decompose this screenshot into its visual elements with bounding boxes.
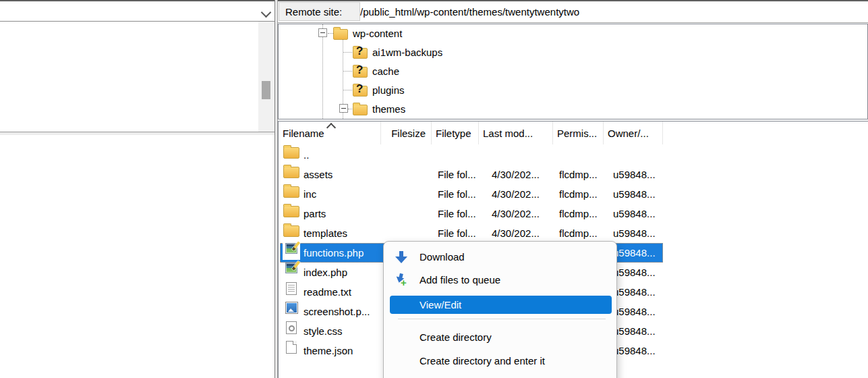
tree-item-ai1wm-backups[interactable]: ?ai1wm-backups [353,45,442,59]
question-folder-icon: ? [353,67,368,78]
menu-item-label: Create directory and enter it [419,355,545,367]
question-folder-icon: ? [353,86,368,97]
local-scrollbar-thumb[interactable] [262,81,270,99]
tree-item-label: themes [372,103,405,115]
file-icon-cell [283,263,300,279]
tree-item-label: ai1wm-backups [372,47,442,58]
question-mark: ? [356,45,363,58]
php-icon [285,243,297,254]
file-row-templates[interactable]: templatesFile fol...4/30/202...flcdmp...… [280,223,663,243]
file-last-modified: 4/30/202... [492,204,540,223]
menu-item-add-files-to-queue[interactable]: +Add files to queue [390,271,612,289]
file-name: assets [303,165,332,184]
question-mark: ? [356,63,363,77]
tree-line [343,90,352,90]
menu-separator [398,319,606,319]
file-owner: u59848... [613,165,656,184]
context-menu: Download+Add files to queueView/EditCrea… [383,241,617,378]
file-owner: u59848... [613,243,656,263]
file-owner: u59848... [613,204,656,223]
file-owner: u59848... [613,184,656,204]
file-name: inc [303,184,316,204]
column-header-permissions[interactable]: Permis... [553,122,604,144]
file-name: screenshot.p... [303,302,370,321]
menu-item-view-edit[interactable]: View/Edit [390,296,612,314]
tree-line [343,71,352,72]
remote-site-path[interactable]: /public_html/wp-content/themes/twentytwe… [360,1,865,22]
file-owner: u59848... [613,341,656,360]
file-icon-cell [283,321,300,338]
menu-item-label: Download [419,251,465,263]
file-row-..[interactable]: .. [280,145,663,165]
file-name: index.php [303,263,347,282]
file-type: File fol... [438,204,476,223]
file-name: theme.json [303,341,353,360]
file-icon [286,341,297,354]
file-row-parts[interactable]: partsFile fol...4/30/202...flcdmp...u598… [280,204,663,223]
file-icon-cell [283,204,300,221]
column-header-owner[interactable]: Owner/... [604,122,663,144]
folder-icon [333,29,348,40]
file-type: File fol... [438,223,476,243]
file-permissions: flcdmp... [559,165,598,184]
tree-line [322,24,323,119]
php-icon [285,263,297,273]
file-type: File fol... [438,184,476,204]
file-name: templates [303,223,347,243]
remote-site-bar: Remote site: /public_html/wp-content/the… [278,1,868,23]
tree-expander-minus-icon[interactable] [339,104,348,113]
css-icon [286,321,297,334]
tree-item-themes[interactable]: themes [353,102,405,115]
tree-item-label: plugins [372,84,405,96]
remote-tree-panel[interactable]: wp-content?ai1wm-backups?cache?pluginsth… [278,24,868,119]
file-owner: u59848... [613,223,656,243]
file-name: style.css [303,321,343,341]
file-list-header: Filename Filesize Filetype Last mod... P… [279,122,868,144]
menu-item-create-directory-and-enter-it[interactable]: Create directory and enter it [390,352,612,370]
tree-item-label: wp-content [353,28,402,39]
question-mark: ? [356,82,363,96]
folder-icon [283,147,299,159]
tree-line [348,109,352,109]
local-file-list[interactable] [0,135,274,378]
file-icon-cell [283,282,300,299]
menu-item-label: View/Edit [419,299,461,310]
menu-item-label: Create directory [419,331,492,343]
tree-expander-minus-icon[interactable] [318,28,327,37]
file-permissions: flcdmp... [559,184,598,204]
file-icon-cell [283,165,300,182]
file-name: functions.php [303,243,364,263]
file-owner: u59848... [613,263,656,282]
column-header-filesize[interactable]: Filesize [381,122,432,144]
file-last-modified: 4/30/202... [492,165,540,184]
local-tree-view[interactable] [0,22,274,132]
file-name: readme.txt [303,282,351,302]
tree-item-cache[interactable]: ?cache [353,64,399,78]
file-owner: u59848... [613,302,656,321]
menu-item-create-directory[interactable]: Create directory [390,328,612,346]
tree-item-plugins[interactable]: ?plugins [353,83,405,97]
file-icon-cell [283,243,300,260]
file-last-modified: 4/30/202... [492,223,540,243]
column-header-filetype[interactable]: Filetype [432,122,479,144]
local-scrollbar-track[interactable] [258,22,274,132]
file-icon-cell [283,223,300,240]
file-type: File fol... [438,165,476,184]
file-permissions: flcdmp... [559,204,598,223]
column-header-last-modified[interactable]: Last mod... [479,122,553,144]
file-owner: u59848... [613,321,656,341]
folder-icon [283,225,299,237]
tree-line [328,33,333,34]
file-icon-cell [283,184,300,201]
file-name: parts [303,204,326,223]
local-site-combobox[interactable] [0,1,274,22]
folder-icon [283,186,299,198]
menu-item-download[interactable]: Download [390,248,612,266]
tree-item-wp-content[interactable]: wp-content [333,26,402,40]
folder-icon [353,105,368,115]
file-row-inc[interactable]: incFile fol...4/30/202...flcdmp...u59848… [280,184,663,204]
folder-icon [283,206,299,217]
tree-item-label: cache [372,65,399,77]
question-folder-icon: ? [353,48,368,59]
file-row-assets[interactable]: assetsFile fol...4/30/202...flcdmp...u59… [280,165,663,184]
